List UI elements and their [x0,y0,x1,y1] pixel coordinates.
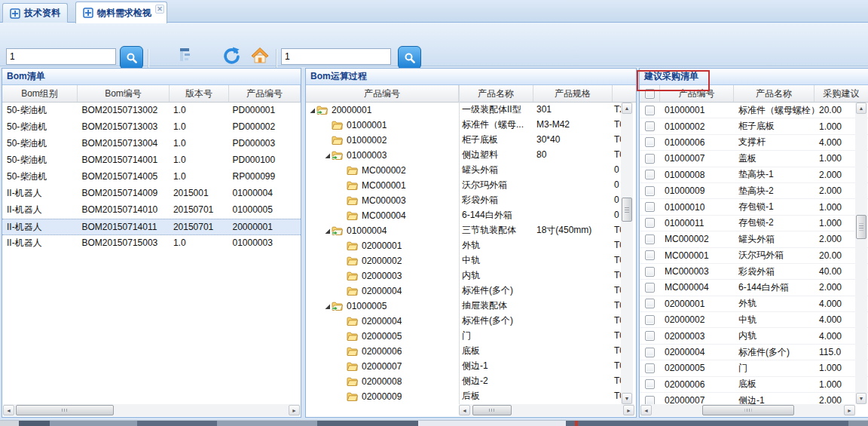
bom-tree-row[interactable]: 01000005抽屉装配体T0 [306,299,636,314]
scroll-left-button[interactable] [640,405,652,415]
purchase-row[interactable]: MC000001沃尔玛外箱20.00 [640,248,868,264]
scrollbar-thumb[interactable] [856,215,866,239]
purchase-row[interactable]: MC0000046-144白外箱2.000 [640,280,868,296]
bom-list-row[interactable]: 50-柴油机BOM201507140011.0PD000100 [2,152,301,169]
quick-search-input-left[interactable] [6,48,116,65]
h-scrollbar[interactable] [640,404,855,416]
bom-tree-row[interactable]: 02000001外轨T0 [306,238,636,253]
purchase-row[interactable]: 01000002柜子底板1.000 [640,118,868,134]
search-button-left[interactable] [120,46,143,69]
column-header-product-name[interactable]: 产品名称 [734,85,815,102]
bom-tree-row[interactable]: MC0000046-144白外箱0 [306,208,636,223]
column-header-product-no[interactable]: 产品编号 [229,85,301,102]
scroll-left-button[interactable] [459,405,470,415]
bom-tree-row[interactable]: 02000004标准件(多个)T0 [306,314,636,329]
purchase-row[interactable]: 02000007侧边-12.000 [640,393,868,404]
row-checkbox[interactable] [645,106,655,115]
row-checkbox[interactable] [645,283,655,293]
search-button-right[interactable] [398,46,421,69]
v-scrollbar[interactable] [621,103,633,404]
row-checkbox[interactable] [645,267,655,277]
bom-list-row[interactable]: 50-柴油机BOM201507140051.0RP000099 [2,169,301,185]
tree-expander-icon[interactable] [309,107,316,114]
purchase-row[interactable]: 02000005门1.000 [640,360,868,376]
purchase-row[interactable]: 01000010存包锁-11.000 [640,199,868,215]
column-header-product-name[interactable]: 产品名称 [459,85,533,102]
tab-technical-data[interactable]: 技术资料 [2,3,68,23]
bom-list-row[interactable]: II-机器人BOM201507150031.001000003 [2,235,301,252]
scroll-down-button[interactable] [856,393,866,404]
column-header-purchase-suggest[interactable]: 采购建议 [815,85,868,102]
row-checkbox[interactable] [645,170,655,179]
bom-tree-row[interactable]: MC000001沃尔玛外箱0 [306,178,636,193]
bom-list-row[interactable]: 50-柴油机BOM201507130031.0PD000002 [2,119,301,136]
bom-tree-row[interactable]: MC000003彩袋外箱0 [306,193,636,208]
purchase-row[interactable]: 02000003内轨4.000 [640,328,868,344]
column-header-product-no[interactable]: 产品编号 [660,85,734,102]
row-checkbox[interactable] [645,315,655,325]
purchase-row[interactable]: 02000002中轨4.000 [640,312,868,328]
row-checkbox[interactable] [645,348,655,357]
purchase-row[interactable]: 01000008垫高块-12.000 [640,167,868,183]
row-checkbox[interactable] [645,121,655,131]
purchase-row[interactable]: MC000002罐头外箱2.000 [640,231,868,247]
bom-tree-row[interactable]: 02000003内轨T0 [306,268,636,283]
column-header-product-no[interactable]: 产品编号 [306,85,459,102]
row-checkbox[interactable] [645,202,655,212]
h-scrollbar[interactable] [459,404,634,416]
row-checkbox[interactable] [645,250,655,260]
tree-expander-icon[interactable] [324,152,332,159]
row-checkbox[interactable] [645,218,655,228]
column-header-version[interactable]: 版本号 [170,85,229,102]
bom-tree-row[interactable]: 02000009后板T0 [306,389,636,404]
bom-tree-row[interactable]: 02000004标准件(多个)T0 [306,283,636,299]
purchase-row[interactable]: 01000009垫高块-22.000 [640,183,868,199]
bom-list-row[interactable]: II-机器人BOM20150714009201500101000004 [2,185,301,202]
bom-list-row[interactable]: 50-柴油机BOM201507130021.0PD000001 [2,103,301,119]
bom-tree-row[interactable]: 01000003侧边塑料80T0 [306,148,636,163]
tab-material-requirements[interactable]: 物料需求检视 [75,2,167,23]
scroll-right-button[interactable] [289,405,300,415]
purchase-row[interactable]: MC000003彩袋外箱40.00 [640,264,868,280]
scroll-right-button[interactable] [623,405,634,415]
scrollbar-thumb[interactable] [702,405,794,415]
scroll-left-button[interactable] [3,405,14,415]
scrollbar-thumb[interactable] [16,405,114,415]
tree-expander-icon[interactable] [324,303,332,310]
purchase-row[interactable]: 01000007盖板1.000 [640,151,868,167]
row-checkbox[interactable] [645,137,655,147]
row-checkbox[interactable] [645,234,655,244]
row-checkbox[interactable] [645,186,655,196]
scrollbar-thumb[interactable] [472,405,512,415]
bom-tree-row[interactable]: 02000008侧边-2T0 [306,374,636,389]
row-checkbox[interactable] [645,331,655,341]
row-checkbox[interactable] [645,299,655,308]
v-scrollbar[interactable] [855,103,867,404]
select-all-checkbox[interactable] [645,89,655,99]
column-header-bom-group[interactable]: Bom组别 [2,85,78,102]
purchase-row[interactable]: 02000001外轨4.000 [640,296,868,312]
scroll-down-button[interactable] [622,393,632,404]
h-scrollbar[interactable] [3,404,300,416]
quick-search-input-right[interactable] [281,48,391,65]
bom-tree-row[interactable]: MC000002罐头外箱0 [306,163,636,178]
column-header-product-spec[interactable]: 产品规格 [533,85,613,102]
purchase-row[interactable]: 01000001标准件（螺母螺栓）20.00 [640,103,868,118]
scroll-right-button[interactable] [844,405,855,415]
bom-tree-row[interactable]: 02000005门T0 [306,329,636,344]
row-checkbox[interactable] [645,396,655,404]
bom-list-row[interactable]: II-机器人BOM201507140102015070101000005 [2,202,301,219]
tab-close-icon[interactable] [155,5,164,14]
bom-tree-row[interactable]: 01000001标准件（螺母...M3-M42T0 [306,118,636,133]
purchase-row[interactable]: 02000004标准件(多个)115.0 [640,345,868,360]
column-header-bom-no[interactable]: Bom编号 [78,85,170,102]
scroll-up-button[interactable] [622,103,632,114]
purchase-row[interactable]: 02000006底板1.000 [640,377,868,393]
purchase-row[interactable]: 01000006支撑杆4.000 [640,135,868,151]
bom-list-row[interactable]: 50-柴油机BOM201507130041.0PD000003 [2,136,301,152]
bom-tree-row[interactable]: 02000002中轨T0 [306,253,636,268]
tree-expander-icon[interactable] [324,228,332,234]
bom-tree-row[interactable]: 02000007侧边-1T0 [306,359,636,374]
bom-list-row[interactable]: II-机器人BOM201507140112015070120000001 [2,219,301,235]
scroll-up-button[interactable] [856,103,866,114]
